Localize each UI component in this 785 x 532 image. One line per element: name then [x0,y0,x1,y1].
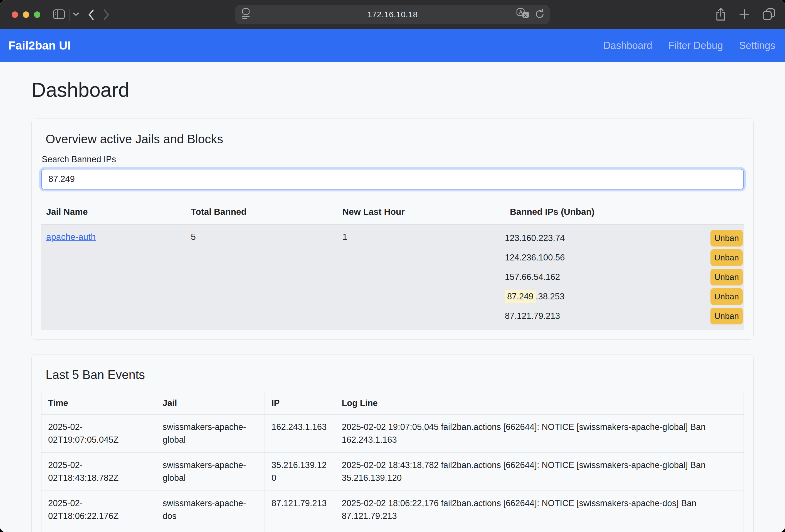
banned-ip-item: 87.121.79.213 Unban [505,306,743,326]
share-button[interactable] [715,7,727,22]
event-log-line: 2025-02-02 18:06:01,306 fail2ban.actions… [335,529,744,532]
chevron-down-icon [72,12,80,18]
event-time: 2025-02-02T18:43:18.782Z [42,453,156,491]
search-banned-ips-input[interactable] [41,169,744,189]
event-log-line: 2025-02-02 18:43:18,782 fail2ban.actions… [335,453,744,491]
zoom-window-button[interactable] [34,11,40,18]
event-jail: swissmakers-apache-global [156,453,264,491]
event-jail: swissmakers-apache-dos [156,491,264,529]
back-button[interactable] [87,9,95,21]
tab-overview-icon [762,8,776,21]
col-header-ip: IP [264,392,335,414]
col-header-new-last-hour: New Last Hour [337,201,505,224]
total-banned-value: 5 [186,225,337,330]
url-text[interactable]: 172.16.10.18 [235,10,550,19]
reader-icon[interactable] [240,8,251,21]
unban-button[interactable]: Unban [710,288,743,305]
event-time: 2025-02-02T19:07:05.045Z [42,414,156,453]
event-log-line: 2025-02-02 19:07:05,045 fail2ban.actions… [335,414,744,453]
banned-ip-address: 87.121.79.213 [505,311,560,321]
col-header-jail-name: Jail Name [41,201,186,224]
minimize-window-button[interactable] [23,11,29,18]
banned-ip-item: 123.160.223.74 Unban [505,228,743,248]
event-jail: apache-auth [156,529,264,532]
banned-ip-item: 124.236.100.56 Unban [505,248,743,268]
sidebar-icon [53,9,65,21]
ban-event-row: 2025-02-02T18:43:18.782Z swissmakers-apa… [42,453,744,491]
banned-ip-address: 123.160.223.74 [505,233,565,243]
toolbar-left-controls [53,0,111,29]
address-bar[interactable]: 172.16.10.18 A x [235,5,550,24]
new-last-hour-value: 1 [337,225,505,330]
jails-table-header: Jail Name Total Banned New Last Hour Ban… [41,201,744,224]
close-window-button[interactable] [12,11,18,18]
event-ip: 87.121.79.213 [264,491,335,529]
col-header-log-line: Log Line [335,392,744,414]
event-time: 2025-02-02T18:06:01.306Z [42,529,156,532]
new-tab-button[interactable] [738,8,751,21]
ban-event-row: 2025-02-02T18:06:01.306Z apache-auth 87.… [42,529,744,532]
unban-button[interactable]: Unban [710,249,743,266]
translate-icon[interactable]: A x [516,8,530,21]
jail-row: apache-auth 5 1 123.160.223.74 Unban 124… [41,224,744,330]
ban-event-row: 2025-02-02T18:06:22.176Z swissmakers-apa… [42,491,744,529]
back-icon [87,9,95,21]
overview-card-title: Overview active Jails and Blocks [46,132,744,146]
banned-ip-item: 87.249.38.253 Unban [505,287,743,306]
unban-button[interactable]: Unban [710,308,743,324]
banned-ip-address: 124.236.100.56 [505,253,565,263]
sidebar-toggle-button[interactable] [53,9,65,21]
banned-ip-item: 157.66.54.162 Unban [505,268,743,287]
toolbar-right-controls [715,0,776,29]
ban-events-card: Last 5 Ban Events Time Jail IP Log Line … [31,354,754,532]
overview-card: Overview active Jails and Blocks Search … [31,119,754,340]
banned-ip-address: 157.66.54.162 [505,272,560,282]
toolbar-divider [69,9,70,21]
unban-button[interactable]: Unban [710,269,743,285]
jail-name-link[interactable]: apache-auth [46,232,96,242]
sidebar-menu-button[interactable] [72,12,80,18]
ban-events-header-row: Time Jail IP Log Line [42,392,744,414]
search-match-highlight: 87.249 [505,290,536,303]
ban-events-table: Time Jail IP Log Line 2025-02-02T19:07:0… [41,392,744,532]
ban-event-row: 2025-02-02T19:07:05.045Z swissmakers-apa… [42,414,744,453]
event-ip: 162.243.1.163 [264,414,335,453]
nav-link-dashboard[interactable]: Dashboard [603,40,652,51]
col-header-banned-ips: Banned IPs (Unban) [505,201,744,224]
browser-window: 172.16.10.18 A x [0,0,785,532]
nav-links: Dashboard Filter Debug Settings [603,40,775,51]
svg-text:A: A [519,9,523,15]
app-navbar: Fail2ban UI Dashboard Filter Debug Setti… [0,29,785,62]
share-icon [715,7,727,22]
col-header-jail: Jail [156,392,264,414]
svg-text:x: x [524,12,527,18]
browser-toolbar: 172.16.10.18 A x [0,0,785,29]
event-jail: swissmakers-apache-global [156,414,264,453]
jails-table: Jail Name Total Banned New Last Hour Ban… [41,201,744,330]
page-title: Dashboard [31,78,754,101]
col-header-total-banned: Total Banned [186,201,337,224]
col-header-time: Time [42,392,156,414]
nav-link-settings[interactable]: Settings [739,40,775,51]
unban-button[interactable]: Unban [710,230,743,247]
event-log-line: 2025-02-02 18:06:22,176 fail2ban.actions… [335,491,744,529]
forward-icon [102,9,111,21]
plus-icon [738,8,751,21]
nav-link-filter-debug[interactable]: Filter Debug [668,40,723,51]
page-content: Dashboard Overview active Jails and Bloc… [0,62,785,532]
search-banned-ips-label: Search Banned IPs [42,154,744,164]
forward-button[interactable] [102,9,111,21]
traffic-lights [12,11,40,18]
event-ip: 35.216.139.120 [264,453,335,491]
event-ip: 87.121.79.213 [264,529,335,532]
banned-ips-list: 123.160.223.74 Unban 124.236.100.56 Unba… [505,225,744,330]
reload-icon[interactable] [534,8,545,21]
banned-ip-address: 87.249.38.253 [505,292,564,302]
brand-link[interactable]: Fail2ban UI [8,39,71,52]
event-time: 2025-02-02T18:06:22.176Z [42,491,156,529]
ban-events-card-title: Last 5 Ban Events [46,368,744,382]
tab-overview-button[interactable] [762,8,776,21]
